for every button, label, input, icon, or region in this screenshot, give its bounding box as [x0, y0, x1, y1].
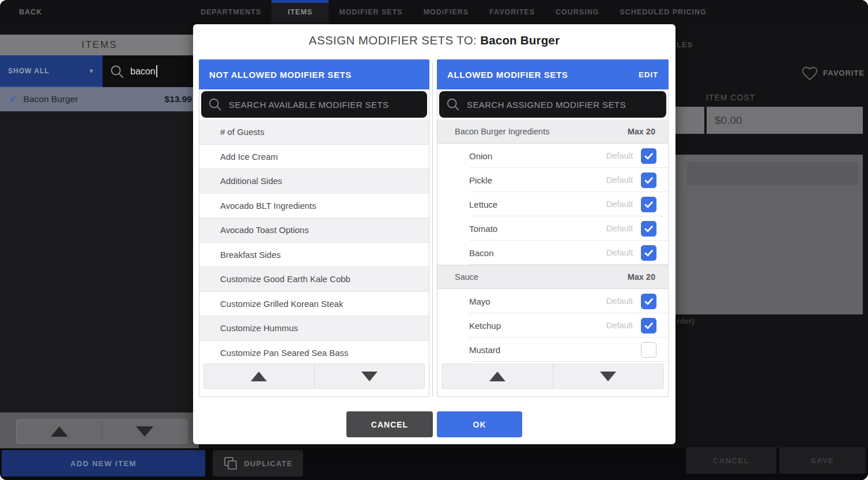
duplicate-button[interactable]: DUPLICATE — [213, 450, 303, 477]
show-all-dropdown[interactable]: SHOW ALL ▼ — [0, 55, 103, 87]
tab-favorites[interactable]: FAVORITES — [479, 0, 545, 24]
item-name: Bacon Burger — [24, 94, 165, 104]
modifier-row[interactable]: MayoDefault — [437, 289, 668, 313]
modifier-row[interactable]: LettuceDefault — [437, 192, 668, 216]
panel-divider — [432, 62, 433, 397]
checkbox-checked[interactable] — [641, 148, 656, 164]
allowed-panel: ALLOWED MODIFIER SETS EDIT Bacon Burger … — [437, 59, 669, 397]
sidebar-controls: SHOW ALL ▼ — [0, 55, 199, 87]
scroll-down-button[interactable] — [553, 364, 664, 388]
bottom-bar: ADD NEW ITEM DUPLICATE CANCEL SAVE — [0, 448, 868, 480]
assigned-search-bar[interactable] — [439, 91, 666, 118]
checkbox-checked[interactable] — [641, 172, 656, 188]
checkbox-checked[interactable] — [641, 294, 656, 309]
modifier-set-row[interactable]: Customize Hummus — [199, 316, 429, 340]
modifier-name: Pickle — [469, 175, 606, 185]
checkbox-checked[interactable] — [641, 318, 656, 333]
modifier-row[interactable]: BaconDefault — [437, 241, 668, 265]
modifier-name: Bacon — [469, 248, 606, 258]
modifier-set-row[interactable]: Avocado Toast Options — [199, 217, 429, 242]
modifier-set-row[interactable]: Customize Good Earth Kale Cobb — [199, 267, 429, 291]
partial-tab-label: LES — [677, 40, 693, 49]
tab-modifiers[interactable]: MODIFIERS — [413, 0, 479, 24]
modifier-name: Mustard — [469, 345, 633, 355]
scroll-up-button[interactable] — [204, 364, 314, 388]
checkbox-checked[interactable] — [641, 221, 656, 237]
assigned-search-input[interactable] — [466, 99, 659, 110]
checkbox-unchecked[interactable] — [641, 342, 656, 358]
modifier-set-row[interactable]: Add Ice Cream — [199, 144, 429, 169]
modifier-row[interactable]: PickleDefault — [437, 168, 668, 192]
modifier-set-row[interactable]: Breakfast Sides — [199, 242, 429, 267]
allowed-header: ALLOWED MODIFIER SETS EDIT — [437, 59, 669, 89]
chevron-down-icon: ▼ — [88, 68, 95, 74]
tab-scheduled-pricing[interactable]: SCHEDULED PRICING — [609, 0, 716, 24]
sidebar-footer — [0, 412, 199, 448]
favorite-toggle[interactable]: FAVORITE — [801, 65, 865, 81]
item-list-empty-area — [0, 111, 199, 412]
modifier-set-row[interactable]: Additional Sides — [199, 168, 429, 193]
tab-departments[interactable]: DEPARTMENTS — [190, 0, 271, 24]
allowed-body: Bacon Burger IngredientsMax 20OnionDefau… — [437, 89, 669, 397]
modifier-name: Ketchup — [469, 321, 606, 331]
modifier-group-header: Bacon Burger IngredientsMax 20 — [437, 119, 668, 144]
group-name: Sauce — [455, 272, 478, 282]
available-search-bar[interactable] — [201, 91, 427, 118]
tab-coursing[interactable]: COURSING — [545, 0, 609, 24]
detail-save-button[interactable]: SAVE — [779, 447, 866, 474]
sidebar-search[interactable] — [103, 55, 199, 87]
scroll-up-button[interactable] — [17, 420, 101, 443]
modifier-set-row[interactable]: # of Guests — [199, 119, 429, 144]
default-label: Default — [606, 297, 633, 306]
default-label: Default — [606, 248, 633, 257]
arrow-down-icon — [136, 426, 153, 437]
scroll-up-button[interactable] — [442, 364, 553, 388]
scroll-down-button[interactable] — [314, 364, 425, 388]
group-max: Max 20 — [628, 272, 655, 282]
item-row-bacon-burger[interactable]: ✓ Bacon Burger $13.99 — [0, 87, 199, 111]
edit-button[interactable]: EDIT — [639, 70, 658, 79]
search-icon — [208, 97, 222, 111]
not-allowed-header-label: NOT ALLOWED MODIFIER SETS — [209, 70, 352, 80]
available-search-input[interactable] — [228, 99, 420, 110]
not-allowed-panel: NOT ALLOWED MODIFIER SETS # of GuestsAdd… — [199, 59, 429, 397]
modifier-name: Lettuce — [469, 200, 606, 209]
arrow-down-icon — [361, 372, 378, 381]
modifier-row[interactable]: TomatoDefault — [437, 216, 668, 241]
sidebar-title: ITEMS — [0, 35, 199, 55]
item-cost-field[interactable]: $0.00 — [707, 107, 863, 134]
tab-modifier-sets[interactable]: MODIFIER SETS — [329, 0, 413, 24]
scroll-down-button[interactable] — [101, 420, 187, 443]
app-screen: BACK DEPARTMENTSITEMSMODIFIER SETSMODIFI… — [0, 0, 868, 480]
modifier-row[interactable]: KetchupDefault — [437, 313, 668, 337]
checkbox-checked[interactable] — [641, 245, 656, 261]
default-label: Default — [606, 200, 633, 209]
add-new-item-button[interactable]: ADD NEW ITEM — [2, 450, 205, 477]
modifier-set-row[interactable]: Customize Grilled Korean Steak — [199, 291, 429, 316]
arrow-down-icon — [600, 372, 616, 381]
back-button[interactable]: BACK — [19, 0, 42, 24]
modifier-set-row[interactable]: Customize Pan Seared Sea Bass — [199, 340, 429, 365]
not-allowed-header: NOT ALLOWED MODIFIER SETS — [199, 59, 429, 89]
modal-ok-button[interactable]: OK — [437, 411, 522, 437]
modifier-row[interactable]: Mustard — [437, 337, 668, 362]
not-allowed-list: # of GuestsAdd Ice CreamAdditional Sides… — [199, 119, 429, 365]
modal-cancel-button[interactable]: CANCEL — [346, 411, 433, 437]
assign-modifier-sets-modal: ASSIGN MODIFIER SETS TO:Bacon Burger NOT… — [193, 24, 675, 444]
checkbox-checked[interactable] — [641, 197, 656, 212]
duplicate-icon — [223, 456, 238, 471]
default-label: Default — [606, 175, 633, 185]
row-separator — [469, 361, 668, 362]
duplicate-label: DUPLICATE — [244, 459, 292, 468]
search-input[interactable] — [129, 66, 192, 77]
modifier-name: Onion — [469, 151, 606, 161]
detail-cancel-button[interactable]: CANCEL — [686, 447, 776, 474]
text-cursor — [156, 65, 157, 77]
not-allowed-pager — [203, 363, 425, 389]
modifier-row[interactable]: OnionDefault — [437, 144, 668, 168]
modifier-set-row[interactable]: Avocado BLT Ingredients — [199, 193, 429, 218]
modal-actions: CANCEL OK — [193, 411, 675, 437]
modal-title: ASSIGN MODIFIER SETS TO:Bacon Burger — [193, 33, 675, 47]
group-name: Bacon Burger Ingredients — [455, 127, 549, 136]
tab-items[interactable]: ITEMS — [271, 0, 329, 24]
